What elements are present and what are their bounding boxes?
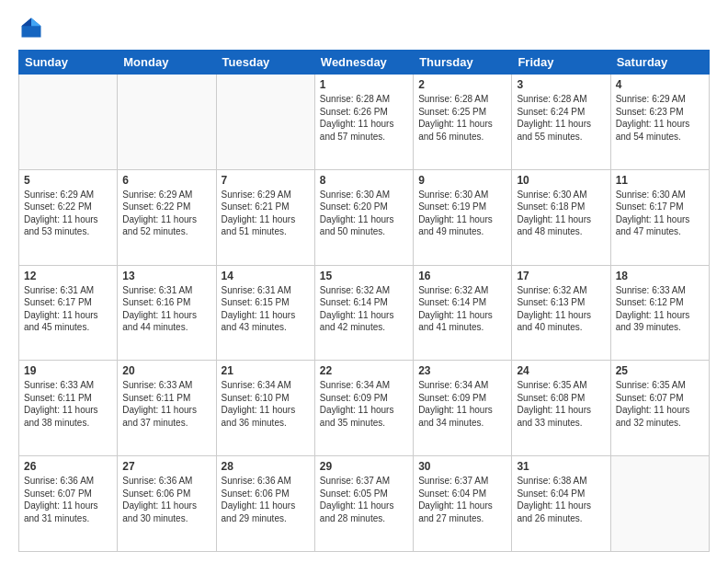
calendar-cell: 14Sunrise: 6:31 AM Sunset: 6:15 PM Dayli… [216, 265, 314, 361]
svg-marker-2 [22, 18, 32, 27]
day-info: Sunrise: 6:35 AM Sunset: 6:07 PM Dayligh… [616, 379, 704, 429]
day-number: 9 [418, 174, 506, 187]
logo [18, 15, 48, 40]
day-info: Sunrise: 6:28 AM Sunset: 6:26 PM Dayligh… [320, 93, 408, 143]
header-row: SundayMondayTuesdayWednesdayThursdayFrid… [19, 51, 710, 75]
calendar-cell: 29Sunrise: 6:37 AM Sunset: 6:05 PM Dayli… [314, 456, 413, 552]
day-number: 8 [320, 174, 408, 187]
calendar-cell: 13Sunrise: 6:31 AM Sunset: 6:16 PM Dayli… [118, 265, 216, 361]
calendar-cell: 22Sunrise: 6:34 AM Sunset: 6:09 PM Dayli… [314, 361, 413, 456]
day-number: 18 [616, 270, 704, 282]
day-info: Sunrise: 6:30 AM Sunset: 6:20 PM Dayligh… [320, 189, 408, 238]
calendar-cell: 8Sunrise: 6:30 AM Sunset: 6:20 PM Daylig… [314, 169, 413, 265]
day-number: 31 [517, 460, 605, 473]
day-number: 6 [122, 174, 210, 187]
day-info: Sunrise: 6:34 AM Sunset: 6:10 PM Dayligh… [222, 379, 310, 429]
calendar-cell: 1Sunrise: 6:28 AM Sunset: 6:26 PM Daylig… [314, 75, 413, 170]
day-number: 27 [122, 460, 210, 473]
day-info: Sunrise: 6:30 AM Sunset: 6:19 PM Dayligh… [418, 189, 506, 238]
day-info: Sunrise: 6:29 AM Sunset: 6:23 PM Dayligh… [616, 93, 704, 143]
week-row-1: 1Sunrise: 6:28 AM Sunset: 6:26 PM Daylig… [19, 75, 710, 170]
calendar-cell: 30Sunrise: 6:37 AM Sunset: 6:04 PM Dayli… [414, 456, 512, 552]
day-info: Sunrise: 6:29 AM Sunset: 6:21 PM Dayligh… [222, 189, 310, 238]
day-number: 28 [222, 460, 310, 473]
calendar-cell: 12Sunrise: 6:31 AM Sunset: 6:17 PM Dayli… [19, 265, 118, 361]
day-info: Sunrise: 6:35 AM Sunset: 6:08 PM Dayligh… [517, 379, 605, 429]
day-info: Sunrise: 6:28 AM Sunset: 6:24 PM Dayligh… [517, 93, 605, 143]
day-info: Sunrise: 6:31 AM Sunset: 6:15 PM Dayligh… [222, 284, 310, 334]
calendar-cell: 21Sunrise: 6:34 AM Sunset: 6:10 PM Dayli… [216, 361, 314, 456]
day-info: Sunrise: 6:29 AM Sunset: 6:22 PM Dayligh… [122, 189, 210, 238]
calendar-cell: 20Sunrise: 6:33 AM Sunset: 6:11 PM Dayli… [118, 361, 216, 456]
day-number: 15 [320, 270, 408, 282]
day-info: Sunrise: 6:38 AM Sunset: 6:04 PM Dayligh… [517, 475, 605, 524]
day-info: Sunrise: 6:37 AM Sunset: 6:05 PM Dayligh… [320, 475, 408, 524]
calendar-cell: 6Sunrise: 6:29 AM Sunset: 6:22 PM Daylig… [118, 169, 216, 265]
day-header-friday: Friday [512, 51, 610, 75]
day-number: 10 [517, 174, 605, 187]
calendar-cell: 18Sunrise: 6:33 AM Sunset: 6:12 PM Dayli… [610, 265, 709, 361]
day-number: 3 [517, 78, 605, 91]
day-number: 5 [24, 174, 112, 187]
day-number: 30 [418, 460, 506, 473]
day-number: 26 [24, 460, 112, 473]
day-header-monday: Monday [118, 51, 216, 75]
calendar-cell: 7Sunrise: 6:29 AM Sunset: 6:21 PM Daylig… [216, 169, 314, 265]
calendar-cell [216, 75, 314, 170]
day-info: Sunrise: 6:33 AM Sunset: 6:11 PM Dayligh… [122, 379, 210, 429]
calendar-cell: 11Sunrise: 6:30 AM Sunset: 6:17 PM Dayli… [610, 169, 709, 265]
calendar-cell: 2Sunrise: 6:28 AM Sunset: 6:25 PM Daylig… [414, 75, 512, 170]
calendar-cell: 25Sunrise: 6:35 AM Sunset: 6:07 PM Dayli… [610, 361, 709, 456]
day-number: 24 [517, 364, 605, 377]
day-header-tuesday: Tuesday [216, 51, 314, 75]
week-row-3: 12Sunrise: 6:31 AM Sunset: 6:17 PM Dayli… [19, 265, 710, 361]
day-info: Sunrise: 6:30 AM Sunset: 6:18 PM Dayligh… [517, 189, 605, 238]
calendar-cell: 9Sunrise: 6:30 AM Sunset: 6:19 PM Daylig… [414, 169, 512, 265]
calendar-cell: 28Sunrise: 6:36 AM Sunset: 6:06 PM Dayli… [216, 456, 314, 552]
calendar-cell: 5Sunrise: 6:29 AM Sunset: 6:22 PM Daylig… [19, 169, 118, 265]
day-info: Sunrise: 6:32 AM Sunset: 6:14 PM Dayligh… [320, 284, 408, 334]
day-number: 17 [517, 270, 605, 282]
day-number: 2 [418, 78, 506, 91]
calendar-cell [19, 75, 118, 170]
day-info: Sunrise: 6:37 AM Sunset: 6:04 PM Dayligh… [418, 475, 506, 524]
week-row-2: 5Sunrise: 6:29 AM Sunset: 6:22 PM Daylig… [19, 169, 710, 265]
calendar-cell: 23Sunrise: 6:34 AM Sunset: 6:09 PM Dayli… [414, 361, 512, 456]
day-number: 22 [320, 364, 408, 377]
day-number: 16 [418, 270, 506, 282]
day-header-saturday: Saturday [610, 51, 709, 75]
day-info: Sunrise: 6:30 AM Sunset: 6:17 PM Dayligh… [616, 189, 704, 238]
calendar-cell: 27Sunrise: 6:36 AM Sunset: 6:06 PM Dayli… [118, 456, 216, 552]
day-number: 25 [616, 364, 704, 377]
day-number: 12 [24, 270, 112, 282]
calendar-cell: 26Sunrise: 6:36 AM Sunset: 6:07 PM Dayli… [19, 456, 118, 552]
day-info: Sunrise: 6:36 AM Sunset: 6:06 PM Dayligh… [222, 475, 310, 524]
calendar-cell: 19Sunrise: 6:33 AM Sunset: 6:11 PM Dayli… [19, 361, 118, 456]
day-number: 29 [320, 460, 408, 473]
calendar-cell: 4Sunrise: 6:29 AM Sunset: 6:23 PM Daylig… [610, 75, 709, 170]
day-info: Sunrise: 6:28 AM Sunset: 6:25 PM Dayligh… [418, 93, 506, 143]
day-info: Sunrise: 6:31 AM Sunset: 6:16 PM Dayligh… [122, 284, 210, 334]
calendar-cell: 10Sunrise: 6:30 AM Sunset: 6:18 PM Dayli… [512, 169, 610, 265]
calendar-cell: 31Sunrise: 6:38 AM Sunset: 6:04 PM Dayli… [512, 456, 610, 552]
logo-icon [18, 15, 44, 40]
day-number: 20 [122, 364, 210, 377]
day-info: Sunrise: 6:36 AM Sunset: 6:07 PM Dayligh… [24, 475, 112, 524]
calendar-cell: 24Sunrise: 6:35 AM Sunset: 6:08 PM Dayli… [512, 361, 610, 456]
day-number: 13 [122, 270, 210, 282]
day-number: 4 [616, 78, 704, 91]
day-info: Sunrise: 6:32 AM Sunset: 6:14 PM Dayligh… [418, 284, 506, 334]
day-info: Sunrise: 6:31 AM Sunset: 6:17 PM Dayligh… [24, 284, 112, 334]
day-info: Sunrise: 6:29 AM Sunset: 6:22 PM Dayligh… [24, 189, 112, 238]
day-number: 11 [616, 174, 704, 187]
day-info: Sunrise: 6:33 AM Sunset: 6:11 PM Dayligh… [24, 379, 112, 429]
day-number: 23 [418, 364, 506, 377]
week-row-5: 26Sunrise: 6:36 AM Sunset: 6:07 PM Dayli… [19, 456, 710, 552]
day-info: Sunrise: 6:32 AM Sunset: 6:13 PM Dayligh… [517, 284, 605, 334]
day-header-thursday: Thursday [414, 51, 512, 75]
day-number: 19 [24, 364, 112, 377]
day-info: Sunrise: 6:34 AM Sunset: 6:09 PM Dayligh… [320, 379, 408, 429]
day-info: Sunrise: 6:33 AM Sunset: 6:12 PM Dayligh… [616, 284, 704, 334]
day-info: Sunrise: 6:34 AM Sunset: 6:09 PM Dayligh… [418, 379, 506, 429]
calendar-cell: 17Sunrise: 6:32 AM Sunset: 6:13 PM Dayli… [512, 265, 610, 361]
